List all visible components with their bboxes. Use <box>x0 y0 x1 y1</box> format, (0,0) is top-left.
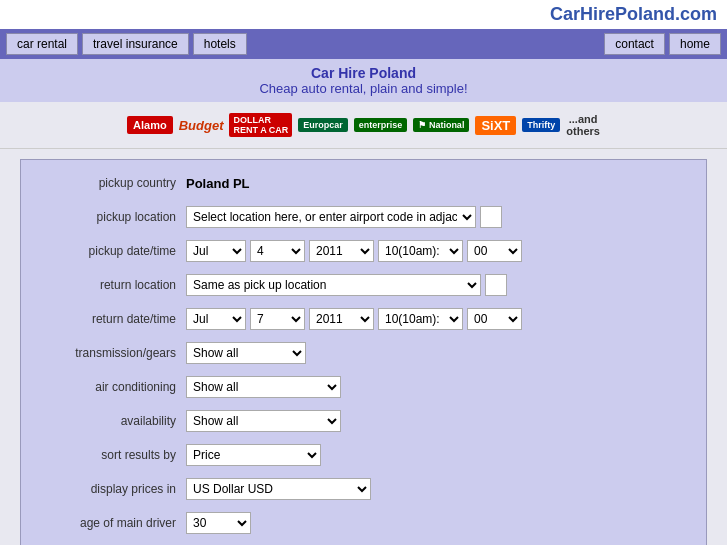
ac-control: Show all <box>186 376 686 398</box>
nav-home[interactable]: home <box>669 33 721 55</box>
site-title: CarHirePoland.com <box>0 0 727 29</box>
nav-right: contact home <box>604 33 721 55</box>
return-day-select[interactable]: 7 <box>250 308 305 330</box>
return-location-control: Same as pick up location <box>186 274 686 296</box>
logo-dollar: DOLLARRENT A CAR <box>229 110 292 140</box>
pickup-location-control: Select location here, or enter airport c… <box>186 206 686 228</box>
logo-bar: Alamo Budget DOLLARRENT A CAR Europcar e… <box>0 102 727 149</box>
transmission-select[interactable]: Show all <box>186 342 306 364</box>
main-content: pickup country Poland PL pickup location… <box>0 149 727 545</box>
logo-sixt: SiXT <box>475 110 516 140</box>
logo-enterprise: enterprise <box>354 110 408 140</box>
pickup-country-control: Poland PL <box>186 176 686 191</box>
age-label: age of main driver <box>41 516 186 530</box>
sort-select[interactable]: Price <box>186 444 321 466</box>
pickup-min-select[interactable]: 00 <box>467 240 522 262</box>
nav-contact[interactable]: contact <box>604 33 665 55</box>
pickup-location-select[interactable]: Select location here, or enter airport c… <box>186 206 476 228</box>
sort-label: sort results by <box>41 448 186 462</box>
return-location-select[interactable]: Same as pick up location <box>186 274 481 296</box>
nav-travel-insurance[interactable]: travel insurance <box>82 33 189 55</box>
age-select[interactable]: 30 <box>186 512 251 534</box>
prices-row: display prices in US Dollar USD <box>41 476 686 502</box>
page-title-sub: Cheap auto rental, plain and simple! <box>6 81 721 96</box>
form-container: pickup country Poland PL pickup location… <box>20 159 707 545</box>
pickup-datetime-row: pickup date/time Jul 4 2011 10(10am): 00 <box>41 238 686 264</box>
return-location-label: return location <box>41 278 186 292</box>
nav-hotels[interactable]: hotels <box>193 33 247 55</box>
nav-bar: car rental travel insurance hotels conta… <box>0 29 727 59</box>
logo-national: ⚑ National <box>413 110 469 140</box>
ac-select[interactable]: Show all <box>186 376 341 398</box>
logo-thrifty: Thrifty <box>522 110 560 140</box>
page-title-main: Car Hire Poland <box>6 65 721 81</box>
logo-others: ...andothers <box>566 110 600 140</box>
logo-alamo: Alamo <box>127 110 173 140</box>
title-section: Car Hire Poland Cheap auto rental, plain… <box>0 59 727 102</box>
return-datetime-label: return date/time <box>41 312 186 326</box>
sort-control: Price <box>186 444 686 466</box>
pickup-location-row: pickup location Select location here, or… <box>41 204 686 230</box>
return-hour-select[interactable]: 10(10am): <box>378 308 463 330</box>
pickup-day-select[interactable]: 4 <box>250 240 305 262</box>
return-month-select[interactable]: Jul <box>186 308 246 330</box>
nav-left: car rental travel insurance hotels <box>6 33 247 55</box>
age-control: 30 <box>186 512 686 534</box>
availability-row: availability Show all <box>41 408 686 434</box>
pickup-month-select[interactable]: Jul <box>186 240 246 262</box>
transmission-row: transmission/gears Show all <box>41 340 686 366</box>
return-min-select[interactable]: 00 <box>467 308 522 330</box>
nav-car-rental[interactable]: car rental <box>6 33 78 55</box>
sort-row: sort results by Price <box>41 442 686 468</box>
logo-budget: Budget <box>179 110 224 140</box>
prices-select[interactable]: US Dollar USD <box>186 478 371 500</box>
logo-europcar: Europcar <box>298 110 348 140</box>
return-datetime-control: Jul 7 2011 10(10am): 00 <box>186 308 686 330</box>
pickup-datetime-control: Jul 4 2011 10(10am): 00 <box>186 240 686 262</box>
ac-label: air conditioning <box>41 380 186 394</box>
return-year-select[interactable]: 2011 <box>309 308 374 330</box>
return-datetime-row: return date/time Jul 7 2011 10(10am): 00 <box>41 306 686 332</box>
return-location-box[interactable] <box>485 274 507 296</box>
pickup-country-value: Poland PL <box>186 176 250 191</box>
transmission-control: Show all <box>186 342 686 364</box>
availability-control: Show all <box>186 410 686 432</box>
transmission-label: transmission/gears <box>41 346 186 360</box>
prices-control: US Dollar USD <box>186 478 686 500</box>
pickup-location-label: pickup location <box>41 210 186 224</box>
availability-label: availability <box>41 414 186 428</box>
prices-label: display prices in <box>41 482 186 496</box>
ac-row: air conditioning Show all <box>41 374 686 400</box>
availability-select[interactable]: Show all <box>186 410 341 432</box>
pickup-datetime-label: pickup date/time <box>41 244 186 258</box>
pickup-location-box[interactable] <box>480 206 502 228</box>
pickup-country-row: pickup country Poland PL <box>41 170 686 196</box>
pickup-year-select[interactable]: 2011 <box>309 240 374 262</box>
age-row: age of main driver 30 <box>41 510 686 536</box>
pickup-country-label: pickup country <box>41 176 186 190</box>
pickup-hour-select[interactable]: 10(10am): <box>378 240 463 262</box>
return-location-row: return location Same as pick up location <box>41 272 686 298</box>
